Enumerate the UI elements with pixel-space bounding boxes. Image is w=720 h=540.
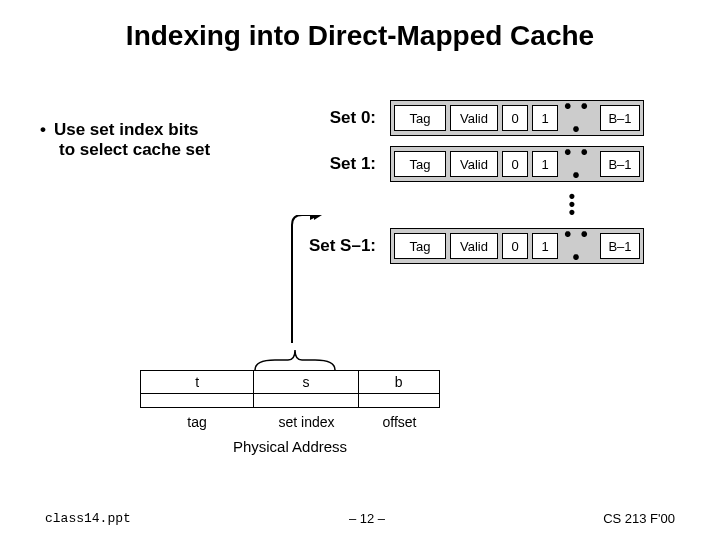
addr-s: s	[254, 371, 358, 393]
addr-b: b	[359, 371, 439, 393]
hdots-icon: • • •	[558, 141, 596, 187]
set0-label: Set 0:	[300, 108, 390, 128]
page-title: Indexing into Direct-Mapped Cache	[0, 0, 720, 52]
cache-line-0: Tag Valid 0 1 • • • B–1	[390, 100, 644, 136]
tag-cell: Tag	[394, 105, 446, 131]
cache-line-1: Tag Valid 0 1 • • • B–1	[390, 146, 644, 182]
bullet-dot-icon: •	[40, 120, 46, 140]
tag-cell: Tag	[394, 233, 446, 259]
hdots-icon: • • •	[558, 95, 596, 141]
byte0-cell: 0	[502, 151, 528, 177]
addr-offset-label: offset	[359, 414, 440, 430]
valid-cell: Valid	[450, 151, 498, 177]
tag-cell: Tag	[394, 151, 446, 177]
footer-page: – 12 –	[349, 511, 385, 526]
footer: class14.ppt – 12 – CS 213 F'00	[0, 511, 720, 526]
brace-icon	[250, 342, 340, 372]
byte1-cell: 1	[532, 151, 558, 177]
cache-sets-diagram: Set 0: Tag Valid 0 1 • • • B–1 Set 1: Ta…	[300, 100, 644, 274]
addr-setindex-label: set index	[254, 414, 359, 430]
footer-course: CS 213 F'00	[603, 511, 675, 526]
bullet-line2: to select cache set	[59, 140, 280, 160]
byteLast-cell: B–1	[600, 151, 640, 177]
addr-labels-row: tag set index offset	[140, 414, 440, 430]
byte1-cell: 1	[532, 105, 558, 131]
set1-label: Set 1:	[300, 154, 390, 174]
physical-address-diagram: t s b tag set index offset Physical Addr…	[140, 370, 440, 455]
bullet-text: •Use set index bits to select cache set	[40, 120, 280, 160]
bullet-line1: Use set index bits	[54, 120, 199, 139]
byte0-cell: 0	[502, 233, 528, 259]
valid-cell: Valid	[450, 233, 498, 259]
set-row-1: Set 1: Tag Valid 0 1 • • • B–1	[300, 146, 644, 182]
set-row-last: Set S–1: Tag Valid 0 1 • • • B–1	[300, 228, 644, 264]
addr-t: t	[141, 371, 254, 393]
addr-bits-row: t s b	[140, 370, 440, 394]
byteLast-cell: B–1	[600, 105, 640, 131]
hdots-icon: • • •	[558, 223, 596, 269]
physical-address-label: Physical Address	[140, 438, 440, 455]
addr-thin-row	[140, 394, 440, 408]
byte1-cell: 1	[532, 233, 558, 259]
valid-cell: Valid	[450, 105, 498, 131]
footer-filename: class14.ppt	[45, 511, 131, 526]
cache-line-last: Tag Valid 0 1 • • • B–1	[390, 228, 644, 264]
addr-tag-label: tag	[140, 414, 254, 430]
byte0-cell: 0	[502, 105, 528, 131]
setLast-label: Set S–1:	[300, 236, 390, 256]
vdots-icon: •••	[500, 192, 644, 216]
set-row-0: Set 0: Tag Valid 0 1 • • • B–1	[300, 100, 644, 136]
byteLast-cell: B–1	[600, 233, 640, 259]
